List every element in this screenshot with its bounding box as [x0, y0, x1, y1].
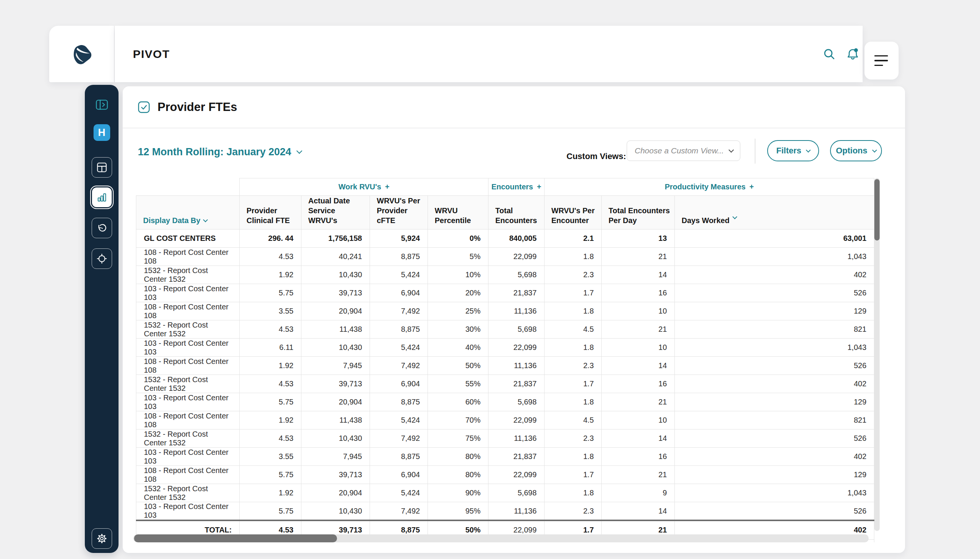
chevron-down-icon [806, 148, 811, 153]
column-header[interactable]: Total Encounters [489, 196, 545, 230]
display-data-by-header[interactable]: Display Data By [136, 196, 240, 230]
sidebar-item-layout[interactable] [92, 157, 112, 178]
custom-views-select[interactable]: Choose a Custom View... [627, 141, 740, 161]
value-cell: 2.3 [545, 502, 602, 521]
value-cell: 11,136 [489, 430, 545, 448]
expand-group-icon[interactable]: + [749, 182, 754, 191]
value-cell: 4.53 [240, 248, 301, 266]
value-cell: 10,430 [301, 430, 370, 448]
column-group-header[interactable]: Work RVU's+ [240, 179, 489, 196]
value-cell: 14 [602, 266, 675, 284]
row-label-cell: 108 - Report Cost Center 108 [136, 302, 240, 321]
table-row: 1532 - Report Cost Center 15324.5339,713… [136, 375, 874, 393]
page-title: Provider FTEs [157, 100, 237, 114]
column-group-header[interactable]: Productivity Measures+ [545, 179, 874, 196]
sidebar-item-settings[interactable] [92, 528, 112, 549]
value-cell: 55% [428, 375, 489, 393]
table-row: 108 - Report Cost Center 1085.7539,7136,… [136, 466, 874, 484]
value-cell: 14 [602, 502, 675, 521]
horizontal-scrollbar-thumb[interactable] [134, 534, 337, 542]
row-label-cell: 1532 - Report Cost Center 1532 [136, 321, 240, 339]
value-cell: 5,924 [370, 230, 428, 248]
row-label-cell: 1532 - Report Cost Center 1532 [136, 266, 240, 284]
value-cell: 1.92 [240, 411, 301, 430]
value-cell: 5,424 [370, 339, 428, 357]
value-cell: 14 [602, 430, 675, 448]
controls-divider [755, 139, 755, 164]
value-cell: 1,043 [675, 484, 874, 502]
row-label-cell: 108 - Report Cost Center 108 [136, 411, 240, 430]
period-dropdown[interactable]: 12 Month Rolling: January 2024 [138, 146, 301, 158]
column-header[interactable]: Provider Clinical FTE [240, 196, 301, 230]
value-cell: 1.7 [545, 284, 602, 302]
value-cell: 11,136 [489, 502, 545, 521]
value-cell: 5.75 [240, 466, 301, 484]
value-cell: 16 [602, 284, 675, 302]
sidebar-item-history[interactable] [92, 218, 112, 238]
value-cell: 7,945 [301, 448, 370, 466]
value-cell: 16 [602, 375, 675, 393]
value-cell: 8,875 [370, 393, 428, 411]
value-cell: 1.92 [240, 357, 301, 375]
options-button[interactable]: Options [830, 140, 882, 161]
row-label-cell: 103 - Report Cost Center 103 [136, 284, 240, 302]
value-cell: 5.75 [240, 393, 301, 411]
sidebar-item-home[interactable]: H [94, 124, 110, 141]
app-logo[interactable] [49, 26, 114, 82]
chevron-down-icon [296, 148, 302, 154]
value-cell: 129 [675, 466, 874, 484]
search-icon[interactable] [822, 47, 836, 61]
value-cell: 526 [675, 430, 874, 448]
column-header[interactable]: WRVU's Per Provider cFTE [370, 196, 428, 230]
row-label-cell: 1532 - Report Cost Center 1532 [136, 375, 240, 393]
value-cell: 6,904 [370, 284, 428, 302]
hamburger-menu-icon[interactable] [874, 55, 889, 66]
sidebar-item-target[interactable] [92, 248, 112, 269]
value-cell: 5% [428, 248, 489, 266]
value-cell: 8,875 [370, 448, 428, 466]
data-table-wrap: Work RVU's+Encounters+Productivity Measu… [136, 178, 874, 542]
expand-group-icon[interactable]: + [385, 182, 390, 191]
value-cell: 1.8 [545, 393, 602, 411]
value-cell: 40,241 [301, 248, 370, 266]
vertical-scrollbar[interactable] [874, 178, 880, 531]
value-cell: 2.1 [545, 230, 602, 248]
collapse-panel-icon[interactable] [96, 99, 108, 110]
checkbox-icon[interactable] [138, 101, 150, 113]
notification-badge [854, 48, 858, 52]
value-cell: 840,005 [489, 230, 545, 248]
row-label-cell: 1532 - Report Cost Center 1532 [136, 430, 240, 448]
value-cell: 2.3 [545, 430, 602, 448]
column-header[interactable]: WRVU Percentile [428, 196, 489, 230]
expand-group-icon[interactable]: + [537, 182, 542, 191]
value-cell: 1.7 [545, 375, 602, 393]
period-label: 12 Month Rolling: [138, 146, 223, 158]
vertical-scrollbar-thumb[interactable] [874, 179, 880, 240]
column-header[interactable]: Total Encounters Per Day [602, 196, 675, 230]
value-cell: 14 [602, 357, 675, 375]
grid-layout-icon [97, 162, 107, 173]
value-cell: 10% [428, 266, 489, 284]
value-cell: 21 [602, 393, 675, 411]
value-cell: 6.11 [240, 339, 301, 357]
column-group-header[interactable]: Encounters+ [489, 179, 545, 196]
filters-button[interactable]: Filters [767, 140, 819, 161]
table-row: 108 - Report Cost Center 1081.9211,4385,… [136, 411, 874, 430]
value-cell: 4.5 [545, 321, 602, 339]
bell-icon[interactable] [846, 47, 860, 61]
column-header[interactable]: WRVU's Per Encounter [545, 196, 602, 230]
sidebar-item-analytics[interactable] [92, 187, 112, 207]
horizontal-scrollbar[interactable] [133, 534, 869, 542]
menu-card [864, 42, 899, 79]
value-cell: 63,001 [675, 230, 874, 248]
value-cell: 80% [428, 448, 489, 466]
value-cell: 2.3 [545, 266, 602, 284]
value-cell: 4.53 [240, 321, 301, 339]
column-header[interactable]: Actual Date Service WRVU's [301, 196, 370, 230]
value-cell: 1.8 [545, 248, 602, 266]
value-cell: 20,904 [301, 302, 370, 321]
value-cell: 1.92 [240, 266, 301, 284]
column-header[interactable]: Days Worked [675, 196, 874, 230]
chevron-down-icon [203, 217, 208, 222]
value-cell: 5,698 [489, 321, 545, 339]
